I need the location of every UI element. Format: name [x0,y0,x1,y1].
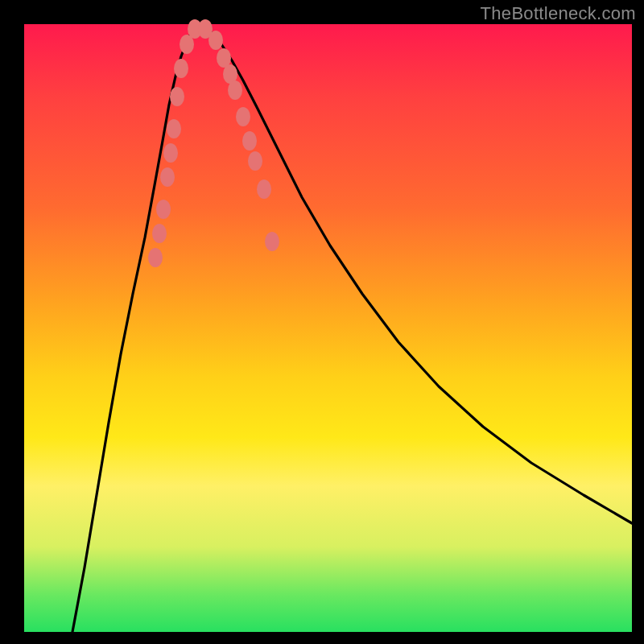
curve-marker [163,143,178,163]
curve-marker [160,167,175,187]
bottleneck-curve [72,28,632,632]
curve-marker [248,151,262,171]
curve-marker [257,180,271,199]
curve-marker [208,31,223,50]
curve-layer [24,24,632,632]
curve-marker [236,107,250,126]
curve-marker [242,131,257,151]
curve-marker [148,248,163,267]
curve-marker [156,200,171,219]
curve-marker [152,224,167,243]
curve-marker [170,87,184,106]
watermark-text: TheBottleneck.com [481,3,636,24]
curve-marker [167,119,181,138]
curve-marker [228,80,242,100]
chart-frame: TheBottleneck.com [0,0,644,644]
curve-marker [174,59,188,78]
curve-marker [265,232,279,251]
curve-markers [148,19,279,267]
plot-area [24,24,632,632]
